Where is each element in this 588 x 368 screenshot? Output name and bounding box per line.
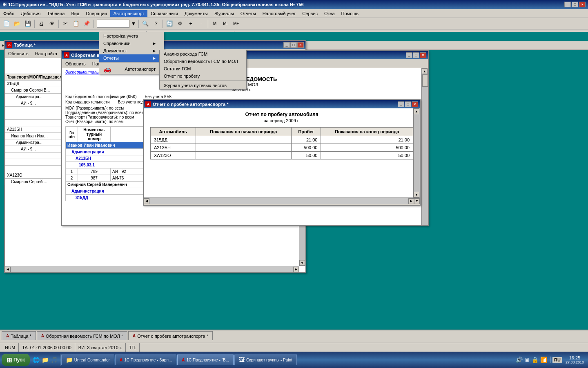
tb-paste[interactable]: 📌: [82, 19, 91, 28]
menu-spravochniki[interactable]: Справочники: [147, 10, 181, 17]
menu-avtotransport-link[interactable]: 🚗 Автотранспорт: [99, 64, 164, 74]
probeg-win-close[interactable]: ×: [412, 101, 418, 107]
probeg-row-315dd[interactable]: 315ДД 21.00 21.00: [151, 136, 413, 144]
probeg-car-3: ХА123О: [151, 152, 196, 159]
table-menu-settings[interactable]: Настройка: [32, 50, 60, 57]
tab-oborot-label: Оборотная ведомость ГСМ по МОЛ *: [46, 334, 123, 339]
tb-m-recall[interactable]: M+: [231, 19, 241, 28]
tb-print[interactable]: 🖨: [36, 19, 46, 28]
oborot-scroll-up[interactable]: ▲: [422, 68, 428, 74]
menu-help[interactable]: Помощь: [338, 10, 362, 17]
oborot-vscroll[interactable]: ▲: [421, 68, 428, 225]
scroll-down[interactable]: ▼: [299, 260, 305, 266]
probeg-row-a213bn[interactable]: А213БН 500.00 500.00: [151, 144, 413, 152]
tab-table[interactable]: A Таблица *: [2, 331, 36, 340]
probeg-scroll-right[interactable]: ▶: [408, 198, 414, 204]
menu-tax[interactable]: Налоговый учет: [259, 10, 299, 17]
menu-service[interactable]: Сервис: [299, 10, 321, 17]
table-win-min[interactable]: _: [283, 42, 290, 48]
menu-windows[interactable]: Окна: [321, 10, 338, 17]
tb-minus[interactable]: -: [196, 19, 206, 28]
menu-nastroyka[interactable]: Настройка учета: [99, 32, 164, 40]
probeg-row-xa123o[interactable]: ХА123О 50.00 50.00: [151, 152, 413, 159]
oborot-menu-refresh[interactable]: Обновить: [62, 61, 89, 67]
scroll-right[interactable]: ▶: [293, 267, 299, 272]
submenu-sep: [160, 81, 246, 81]
submenu-journal[interactable]: Журнал учета путевых листов: [160, 82, 246, 89]
probeg-hscroll[interactable]: ◀ ▶ ▼: [144, 197, 420, 204]
table-menu-refresh[interactable]: Обновить: [5, 50, 32, 57]
submenu-oborotnaya[interactable]: Оборотная ведомость ГСМ по МОЛ: [160, 58, 246, 65]
minimize-btn[interactable]: _: [564, 2, 571, 7]
probeg-win-max[interactable]: □: [405, 101, 411, 107]
menu-actions[interactable]: Действия: [18, 10, 44, 17]
tb-new[interactable]: 📄: [2, 19, 11, 28]
probeg-win-min[interactable]: _: [398, 101, 404, 107]
tb-search[interactable]: 🔍: [140, 19, 150, 28]
probeg-scroll-up[interactable]: ▲: [414, 108, 419, 114]
tb-open[interactable]: 📂: [12, 19, 22, 28]
oborot-scroll-thumb[interactable]: [422, 74, 428, 87]
submenu-probeg[interactable]: Отчет по пробегу: [160, 72, 246, 80]
oborot-win-icon: A: [64, 52, 69, 58]
oborot-data-987: 987: [78, 175, 111, 182]
tb-settings[interactable]: ⚙: [175, 19, 185, 28]
menu-spravochniki-sub[interactable]: Справочники: [99, 40, 164, 47]
tb-save[interactable]: 💾: [23, 19, 33, 28]
menu-otchety[interactable]: Отчеты: [99, 54, 164, 62]
taskbar-unreal[interactable]: 📁 Unreal Commander: [61, 355, 114, 365]
period-input[interactable]: [97, 20, 129, 28]
menu-operations[interactable]: Операции: [82, 10, 110, 17]
start-button[interactable]: ⊞ Пуск: [2, 354, 30, 366]
probeg-win-controls: _ □ ×: [398, 101, 418, 107]
probeg-vscroll[interactable]: ▲ ▼: [413, 108, 420, 197]
submenu-analiz[interactable]: Анализ расхода ГСМ: [160, 50, 246, 58]
ql-browser[interactable]: 🌐: [32, 356, 40, 364]
oborot-win-min[interactable]: _: [406, 52, 412, 58]
menu-file[interactable]: Файл: [0, 10, 18, 17]
table-win-close[interactable]: ×: [297, 42, 304, 48]
taskbar-1c-zarp[interactable]: A 1С:Предприятие - Зарп...: [115, 355, 176, 365]
menu-view[interactable]: Вид: [68, 10, 82, 17]
tab-oborot[interactable]: A Оборотная ведомость ГСМ по МОЛ *: [37, 331, 127, 340]
menu-reports[interactable]: Отчеты: [237, 10, 259, 17]
oborot-win-max[interactable]: □: [413, 52, 419, 58]
tb-cut[interactable]: ✂: [60, 19, 70, 28]
scroll-left[interactable]: ◀: [5, 267, 11, 272]
probeg-scroll-dn[interactable]: ▼: [414, 192, 419, 197]
oborot-win-close[interactable]: ×: [420, 52, 426, 58]
h-scrollbar[interactable]: ◀ ▶: [5, 266, 299, 272]
tb-copy[interactable]: 📋: [71, 19, 81, 28]
tab-probeg-label: Отчет о пробеге автотранспорта *: [137, 334, 208, 339]
ql-folder[interactable]: 📁: [41, 356, 49, 364]
probeg-end-3: 50.00: [321, 152, 413, 159]
close-btn[interactable]: ×: [579, 2, 586, 7]
toolbar-1: 📄 📂 💾 🖨 👁 ✂ 📋 📌 ▼ 🔍 ? 🔄 ⚙ + - M M- M+: [0, 18, 588, 29]
tb-m-plus[interactable]: M: [210, 19, 220, 28]
tb-refresh[interactable]: 🔄: [165, 19, 174, 28]
clock: 16:25 27.08.2010: [566, 355, 584, 364]
menu-table[interactable]: Таблица: [44, 10, 68, 17]
probeg-scroll-left[interactable]: ◀: [144, 198, 149, 204]
tb-m-minus[interactable]: M-: [220, 19, 230, 28]
taskbar-1c-v[interactable]: A 1С:Предприятие - "В...: [177, 355, 234, 365]
title-text: 1С:Предприятие - "ВДГБ: Учет ГСМ и транс…: [8, 2, 304, 7]
probeg-win-icon: A: [145, 101, 151, 107]
table-win-max[interactable]: □: [290, 42, 297, 48]
tb-preview[interactable]: 👁: [47, 19, 57, 28]
submenu-ostatki[interactable]: Остатки ГСМ: [160, 65, 246, 72]
menu-documents[interactable]: Документы: [181, 10, 211, 17]
lang-indicator[interactable]: RU: [552, 357, 562, 363]
probeg-win-title[interactable]: A Отчет о пробеге автотранспорта * _ □ ×: [144, 100, 420, 108]
menu-journals[interactable]: Журналы: [211, 10, 237, 17]
period-dropdown[interactable]: ▼: [130, 19, 137, 28]
tab-probeg[interactable]: A Отчет о пробеге автотранспорта *: [128, 331, 213, 340]
tb-question[interactable]: ?: [151, 19, 161, 28]
tb-plus[interactable]: +: [186, 19, 196, 28]
maximize-btn[interactable]: □: [572, 2, 578, 7]
menu-documents-sub[interactable]: Документы: [99, 47, 164, 54]
probeg-scroll-down-corner[interactable]: ▼: [414, 198, 420, 204]
menu-avtotransport[interactable]: Автотранспорт: [110, 10, 148, 17]
ql-media[interactable]: 🎵: [50, 356, 58, 364]
taskbar-paint[interactable]: 🖼 Скриншот группы - Paint: [234, 355, 297, 365]
